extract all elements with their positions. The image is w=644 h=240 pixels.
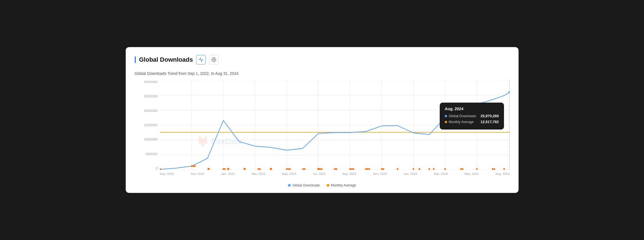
y-label-1: 25000000 bbox=[144, 94, 158, 98]
tooltip-average-text: Monthly Average bbox=[449, 120, 474, 124]
x-label-3: Mar. 2023 bbox=[251, 172, 265, 176]
x-label-11: Aug. 2024 bbox=[495, 172, 509, 176]
y-label-4: 10000000 bbox=[144, 138, 158, 141]
tooltip-dot-average bbox=[445, 121, 447, 123]
chart-icon-button[interactable] bbox=[196, 55, 206, 64]
tooltip-row-downloads: Global Downloads 25,970,260 bbox=[445, 114, 499, 118]
svg-point-22 bbox=[191, 165, 192, 167]
chart-legend: Global Downloads Monthly Average bbox=[135, 183, 510, 187]
svg-point-38 bbox=[317, 168, 319, 170]
y-label-3: 15000000 bbox=[144, 123, 158, 127]
legend-dot-downloads bbox=[288, 184, 291, 187]
svg-point-29 bbox=[243, 168, 246, 170]
chart-area: 30000000 25000000 20000000 15000000 1000… bbox=[135, 80, 510, 181]
globe-icon bbox=[211, 57, 216, 62]
svg-point-25 bbox=[207, 168, 210, 170]
legend-label-average: Monthly Average bbox=[331, 183, 356, 187]
tooltip-dot-downloads bbox=[445, 115, 447, 117]
main-card: Global Downloads Global Downloads Trend … bbox=[126, 47, 519, 193]
svg-point-24 bbox=[194, 165, 196, 167]
x-label-9: Mar. 2024 bbox=[434, 172, 448, 176]
x-label-1: Nov. 2022 bbox=[191, 172, 204, 176]
globe-icon-button[interactable] bbox=[209, 55, 219, 64]
x-label-7: Nov. 2023 bbox=[373, 172, 387, 176]
y-label-0: 30000000 bbox=[144, 80, 158, 84]
tooltip-downloads-text: Global Downloads bbox=[449, 114, 476, 118]
chart-line-icon bbox=[198, 57, 203, 62]
x-axis: Sep. 2022 Nov. 2022 Jan. 2023 Mar. 2023 … bbox=[160, 170, 510, 181]
legend-item-downloads: Global Downloads bbox=[288, 183, 320, 187]
legend-dot-average bbox=[327, 184, 329, 187]
tooltip-title: Aug. 2024 bbox=[445, 107, 499, 111]
svg-point-23 bbox=[192, 165, 194, 167]
y-axis: 30000000 25000000 20000000 15000000 1000… bbox=[135, 80, 160, 170]
x-label-0: Sep. 2022 bbox=[160, 172, 174, 176]
legend-label-downloads: Global Downloads bbox=[292, 183, 320, 187]
card-header: Global Downloads bbox=[135, 55, 510, 64]
chart-subtitle: Global Downloads Trend from Sep 1, 2022,… bbox=[135, 71, 510, 76]
x-label-6: Sep. 2023 bbox=[342, 172, 356, 176]
svg-point-63 bbox=[508, 91, 510, 94]
tooltip-row-average: Monthly Average 12,517,782 bbox=[445, 120, 499, 124]
tooltip-downloads-value: 25,970,260 bbox=[480, 114, 499, 118]
svg-point-32 bbox=[270, 168, 272, 170]
y-label-6: 0 bbox=[156, 167, 157, 170]
page-title: Global Downloads bbox=[139, 56, 193, 63]
x-label-10: May. 2024 bbox=[464, 172, 479, 176]
x-label-8: Jan. 2024 bbox=[404, 172, 417, 176]
legend-item-average: Monthly Average bbox=[327, 183, 356, 187]
chart-inner: 🦊 FoxData Aug. 2024 Global Downloads 25,… bbox=[160, 80, 510, 170]
tooltip-average-value: 12,517,782 bbox=[480, 120, 499, 124]
y-label-2: 20000000 bbox=[144, 109, 158, 112]
tooltip-label-average: Monthly Average bbox=[445, 120, 474, 124]
x-label-5: Jul. 2023 bbox=[313, 172, 326, 176]
y-label-5: 5000000 bbox=[146, 152, 158, 156]
tooltip-label-downloads: Global Downloads bbox=[445, 114, 476, 118]
svg-point-28 bbox=[227, 168, 229, 170]
tooltip-popup: Aug. 2024 Global Downloads 25,970,260 Mo… bbox=[440, 103, 504, 130]
x-label-4: May. 2023 bbox=[282, 172, 296, 176]
x-label-2: Jan. 2023 bbox=[221, 172, 235, 176]
title-bar bbox=[135, 56, 136, 63]
